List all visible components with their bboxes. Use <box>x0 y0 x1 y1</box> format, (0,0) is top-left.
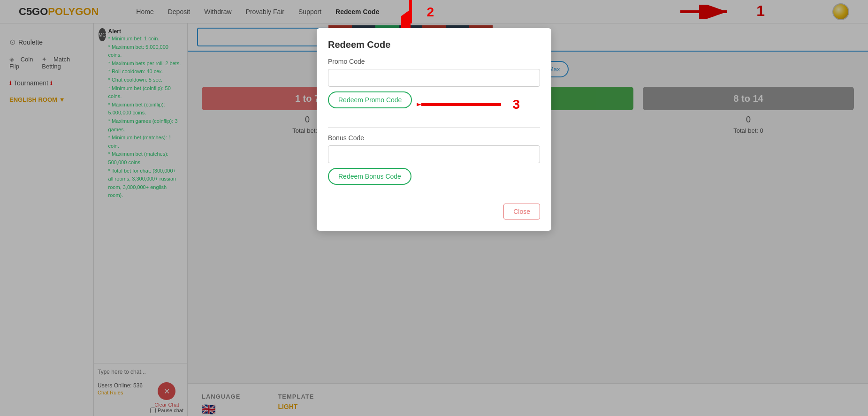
modal-overlay: 2 Redeem Code Promo Code Redeem Promo Co… <box>0 0 868 416</box>
redeem-bonus-button[interactable]: Redeem Bonus Code <box>328 168 411 185</box>
bonus-code-input[interactable] <box>328 145 540 163</box>
redeem-modal: 2 Redeem Code Promo Code Redeem Promo Co… <box>317 28 551 231</box>
annotation-2-label: 2 <box>426 5 434 20</box>
annotation-2-area: 2 <box>401 0 420 28</box>
promo-code-label: Promo Code <box>328 58 540 65</box>
redeem-promo-button[interactable]: Redeem Promo Code <box>328 91 412 108</box>
annotation-3-label: 3 <box>512 97 520 112</box>
promo-code-input[interactable] <box>328 69 540 87</box>
arrow-down-svg <box>401 0 420 28</box>
arrow-left-svg <box>417 95 510 114</box>
close-modal-button[interactable]: Close <box>503 204 540 219</box>
annotation-3-area: 3 <box>417 95 520 114</box>
modal-footer: Close <box>328 204 540 219</box>
bonus-code-label: Bonus Code <box>328 134 540 142</box>
redeem-promo-row: Redeem Promo Code 3 <box>328 91 540 118</box>
modal-separator <box>328 127 540 128</box>
modal-title: Redeem Code <box>328 39 540 50</box>
